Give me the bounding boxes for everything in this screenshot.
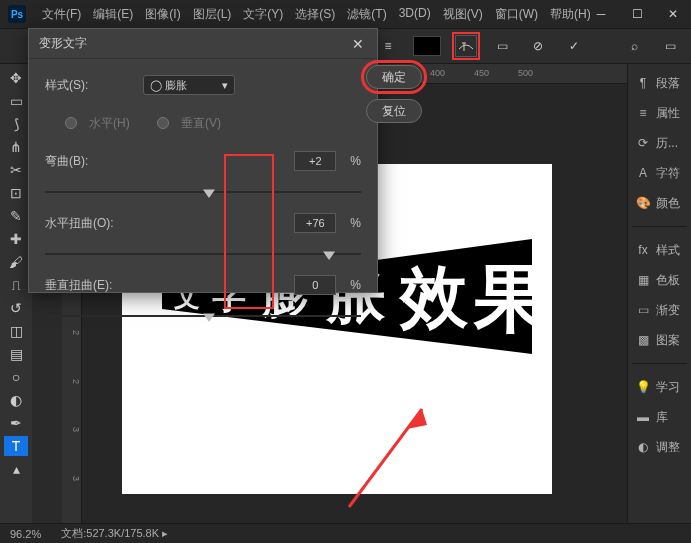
path-select-tool[interactable]: ▴ xyxy=(4,459,28,479)
wand-tool[interactable]: ⋔ xyxy=(4,137,28,157)
text-color-swatch[interactable] xyxy=(413,36,441,56)
bulb-icon: 💡 xyxy=(636,380,650,394)
palette-icon: 🎨 xyxy=(636,196,650,210)
panel-gradients[interactable]: ▭渐变 xyxy=(632,299,687,321)
percent-label: % xyxy=(350,278,361,292)
gradient-tool[interactable]: ▤ xyxy=(4,344,28,364)
radio-v-label: 垂直(V) xyxy=(181,115,241,132)
pattern-icon: ▩ xyxy=(636,333,650,347)
reset-button[interactable]: 复位 xyxy=(366,99,422,123)
menu-edit[interactable]: 编辑(E) xyxy=(87,4,139,24)
crop-tool[interactable]: ✂ xyxy=(4,160,28,180)
bend-input[interactable] xyxy=(294,151,336,171)
brush-tool[interactable]: 🖌 xyxy=(4,252,28,272)
cancel-icon[interactable]: ⊘ xyxy=(527,35,549,57)
panel-libraries[interactable]: ▬库 xyxy=(632,406,687,428)
style-value: 膨胀 xyxy=(165,79,187,91)
radio-vertical[interactable] xyxy=(157,117,169,129)
dodge-tool[interactable]: ◐ xyxy=(4,390,28,410)
panel-properties[interactable]: ≡属性 xyxy=(632,102,687,124)
menu-3d[interactable]: 3D(D) xyxy=(393,4,437,24)
adjust-icon: ◐ xyxy=(636,440,650,454)
close-button[interactable]: ✕ xyxy=(655,0,691,28)
panel-adjustments[interactable]: ◐调整 xyxy=(632,436,687,458)
right-panels: ¶段落 ≡属性 ⟳历... A字符 🎨颜色 fx样式 ▦色板 ▭渐变 ▩图案 💡… xyxy=(627,64,691,523)
panel-patterns[interactable]: ▩图案 xyxy=(632,329,687,351)
panel-paragraph[interactable]: ¶段落 xyxy=(632,72,687,94)
align-right-icon[interactable]: ≡ xyxy=(377,35,399,57)
vdist-slider[interactable] xyxy=(45,309,361,323)
panel-character[interactable]: A字符 xyxy=(632,162,687,184)
zoom-level[interactable]: 96.2% xyxy=(10,528,41,540)
panel-swatches[interactable]: ▦色板 xyxy=(632,269,687,291)
eyedropper-tool[interactable]: ✎ xyxy=(4,206,28,226)
panel-label: 样式 xyxy=(656,242,680,259)
panel-divider xyxy=(632,363,687,364)
ruler-tick: 3 xyxy=(62,425,81,474)
eraser-tool[interactable]: ◫ xyxy=(4,321,28,341)
history-icon: ⟳ xyxy=(636,136,650,150)
gradient-icon: ▭ xyxy=(636,303,650,317)
search-icon[interactable]: ⌕ xyxy=(623,35,645,57)
frame-tool[interactable]: ⊡ xyxy=(4,183,28,203)
maximize-button[interactable]: ☐ xyxy=(619,0,655,28)
move-tool[interactable]: ✥ xyxy=(4,68,28,88)
svg-marker-3 xyxy=(407,409,427,429)
menu-select[interactable]: 选择(S) xyxy=(289,4,341,24)
menu-filter[interactable]: 滤镜(T) xyxy=(341,4,392,24)
panel-label: 图案 xyxy=(656,332,680,349)
panel-color[interactable]: 🎨颜色 xyxy=(632,192,687,214)
radio-h-label: 水平(H) xyxy=(89,115,149,132)
swatches-icon: ▦ xyxy=(636,273,650,287)
menu-file[interactable]: 文件(F) xyxy=(36,4,87,24)
dialog-titlebar[interactable]: 变形文字 ✕ xyxy=(29,29,377,59)
menu-view[interactable]: 视图(V) xyxy=(437,4,489,24)
menu-window[interactable]: 窗口(W) xyxy=(489,4,544,24)
blur-tool[interactable]: ○ xyxy=(4,367,28,387)
character-icon: A xyxy=(636,166,650,180)
marquee-tool[interactable]: ▭ xyxy=(4,91,28,111)
menubar: 文件(F) 编辑(E) 图像(I) 图层(L) 文字(Y) 选择(S) 滤镜(T… xyxy=(36,4,597,24)
history-brush-tool[interactable]: ↺ xyxy=(4,298,28,318)
radio-horizontal[interactable] xyxy=(65,117,77,129)
minimize-button[interactable]: ─ xyxy=(583,0,619,28)
style-select[interactable]: ◯ 膨胀 ▾ xyxy=(143,75,235,95)
dialog-close-button[interactable]: ✕ xyxy=(349,35,367,53)
commit-icon[interactable]: ✓ xyxy=(563,35,585,57)
annotation-arrow xyxy=(337,399,457,519)
stamp-tool[interactable]: ⎍ xyxy=(4,275,28,295)
fx-icon: fx xyxy=(636,243,650,257)
hdist-slider[interactable] xyxy=(45,247,361,261)
panel-styles[interactable]: fx样式 xyxy=(632,239,687,261)
heal-tool[interactable]: ✚ xyxy=(4,229,28,249)
app-logo: Ps xyxy=(8,5,26,23)
hdist-input[interactable] xyxy=(294,213,336,233)
panel-divider xyxy=(632,226,687,227)
pen-tool[interactable]: ✒ xyxy=(4,413,28,433)
bend-slider[interactable] xyxy=(45,185,361,199)
panel-history[interactable]: ⟳历... xyxy=(632,132,687,154)
menu-layer[interactable]: 图层(L) xyxy=(187,4,238,24)
panel-label: 历... xyxy=(656,135,678,152)
panel-label: 色板 xyxy=(656,272,680,289)
ruler-tick: 450 xyxy=(474,64,518,83)
vdist-input[interactable] xyxy=(294,275,336,295)
panel-learn[interactable]: 💡学习 xyxy=(632,376,687,398)
warp-text-dialog: 变形文字 ✕ 样式(S): ◯ 膨胀 ▾ 水平(H) 垂直(V) 弯曲(B): … xyxy=(28,28,378,293)
panel-label: 调整 xyxy=(656,439,680,456)
panels-icon[interactable]: ▭ xyxy=(491,35,513,57)
panel-label: 段落 xyxy=(656,75,680,92)
menu-image[interactable]: 图像(I) xyxy=(139,4,186,24)
ruler-tick: 2 xyxy=(62,377,81,426)
warp-text-button[interactable] xyxy=(455,35,477,57)
ok-button[interactable]: 确定 xyxy=(366,65,422,89)
panel-label: 渐变 xyxy=(656,302,680,319)
properties-icon: ≡ xyxy=(636,106,650,120)
type-tool[interactable]: T xyxy=(4,436,28,456)
titlebar: Ps 文件(F) 编辑(E) 图像(I) 图层(L) 文字(Y) 选择(S) 滤… xyxy=(0,0,691,28)
lasso-tool[interactable]: ⟆ xyxy=(4,114,28,134)
chevron-right-icon[interactable]: ▸ xyxy=(162,527,168,539)
hdist-label: 水平扭曲(O): xyxy=(45,215,135,232)
menu-type[interactable]: 文字(Y) xyxy=(237,4,289,24)
workspace-icon[interactable]: ▭ xyxy=(659,35,681,57)
